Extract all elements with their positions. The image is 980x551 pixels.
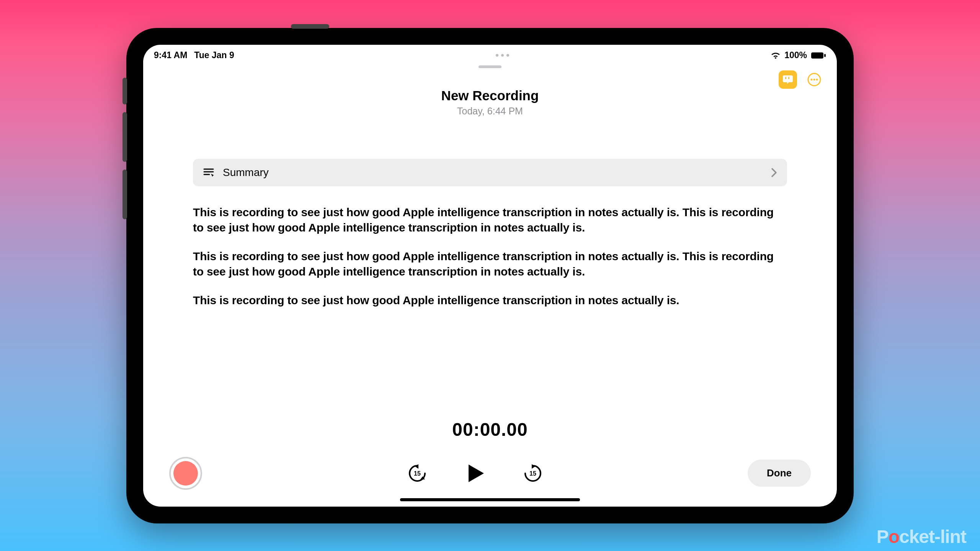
- watermark: Pocket-lint: [877, 526, 966, 547]
- svg-rect-1: [824, 54, 826, 57]
- transcript-text: This is recording to see just how good A…: [193, 205, 787, 308]
- svg-marker-6: [415, 464, 418, 469]
- svg-point-5: [816, 78, 818, 80]
- ipad-device-frame: 9:41 AM Tue Jan 9 100%: [126, 28, 854, 523]
- svg-marker-8: [469, 465, 484, 482]
- svg-text:15: 15: [414, 470, 421, 477]
- wifi-icon: [771, 52, 781, 59]
- svg-marker-9: [532, 464, 535, 469]
- recording-timestamp: Today, 6:44 PM: [143, 106, 837, 117]
- transcript-paragraph: This is recording to see just how good A…: [193, 205, 787, 236]
- battery-icon: [811, 52, 826, 59]
- skip-forward-15-button[interactable]: 15: [523, 463, 543, 483]
- svg-point-4: [813, 78, 815, 80]
- transcript-paragraph: This is recording to see just how good A…: [193, 293, 787, 308]
- svg-rect-0: [811, 52, 823, 59]
- record-button[interactable]: [169, 457, 202, 490]
- screen: 9:41 AM Tue Jan 9 100%: [143, 45, 837, 507]
- record-icon: [173, 461, 198, 486]
- home-indicator[interactable]: [400, 498, 580, 501]
- transcript-paragraph: This is recording to see just how good A…: [193, 249, 787, 280]
- done-button[interactable]: Done: [748, 460, 811, 487]
- status-date: Tue Jan 9: [194, 50, 234, 60]
- transcription-button[interactable]: [779, 70, 797, 89]
- summary-icon: [203, 167, 214, 178]
- battery-percent: 100%: [784, 50, 807, 60]
- playback-timer: 00:00.00: [169, 419, 811, 440]
- volume-down-hardware-button: [122, 112, 127, 162]
- player-bar: 00:00.00 15 15 Done: [143, 419, 837, 490]
- volume-up-hardware-button: [122, 78, 127, 104]
- chevron-right-icon: [771, 168, 777, 178]
- side-hardware-button: [122, 170, 127, 219]
- summary-row[interactable]: Summary: [193, 159, 787, 186]
- more-options-button[interactable]: [805, 70, 824, 89]
- play-button[interactable]: [464, 462, 486, 484]
- status-bar: 9:41 AM Tue Jan 9 100%: [143, 45, 837, 62]
- recording-title[interactable]: New Recording: [143, 88, 837, 103]
- status-time: 9:41 AM: [154, 50, 187, 60]
- multitask-dots-icon[interactable]: [496, 54, 509, 57]
- summary-label: Summary: [223, 166, 269, 179]
- skip-back-15-button[interactable]: 15: [407, 463, 427, 483]
- svg-point-3: [811, 78, 813, 80]
- svg-text:15: 15: [529, 470, 536, 477]
- sheet-grabber[interactable]: [479, 65, 501, 68]
